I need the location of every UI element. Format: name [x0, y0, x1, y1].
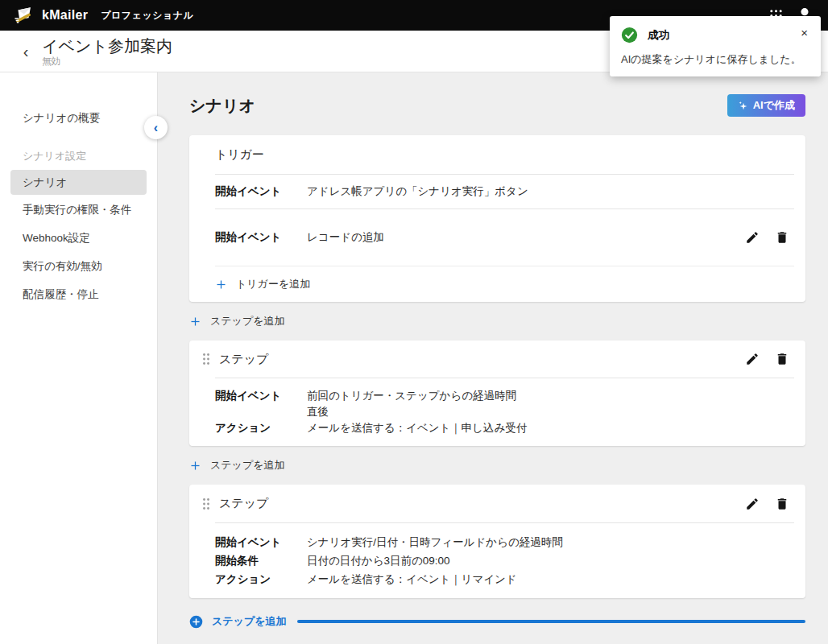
- sidebar: シナリオの概要 シナリオ設定 シナリオ 手動実行の権限・条件 Webhook設定…: [0, 72, 158, 644]
- step-row: アクション メールを送信する：イベント｜申し込み受付: [215, 420, 791, 436]
- delete-icon[interactable]: [773, 350, 791, 368]
- edit-icon[interactable]: [743, 350, 761, 368]
- sidebar-item-overview[interactable]: シナリオの概要: [0, 105, 157, 131]
- kmailer-logo-icon: [13, 5, 34, 26]
- toast-message: AIの提案をシナリオに保存しました。: [621, 52, 809, 67]
- row-value: メールを送信する：イベント｜リマインド: [307, 570, 517, 588]
- step-card-title: ステップ: [219, 352, 268, 367]
- drag-handle-icon[interactable]: [202, 353, 210, 365]
- plan-label: プロフェッショナル: [101, 9, 193, 23]
- add-step-button[interactable]: ステップを追加: [189, 458, 285, 473]
- success-toast: 成功 × AIの提案をシナリオに保存しました。: [610, 16, 821, 76]
- create-with-ai-button[interactable]: AIで作成: [727, 94, 805, 117]
- row-value: メールを送信する：イベント｜申し込み受付: [307, 420, 527, 436]
- trigger-card-title: トリガー: [215, 147, 264, 163]
- trigger-row: 開始イベント アドレス帳アプリの「シナリオ実行」ボタン: [189, 175, 805, 208]
- row-value: 日付の日付から3日前の09:00: [307, 551, 450, 570]
- plus-icon: [215, 279, 227, 291]
- sidebar-item-manual-permissions[interactable]: 手動実行の権限・条件: [0, 196, 157, 223]
- ai-button-label: AIで作成: [753, 98, 795, 113]
- sidebar-item-scenario[interactable]: シナリオ: [10, 170, 147, 195]
- step-row: 開始条件 日付の日付から3日前の09:00: [215, 551, 791, 570]
- row-label: アクション: [215, 420, 307, 436]
- edit-icon[interactable]: [743, 229, 761, 246]
- plus-icon: [189, 316, 201, 328]
- main-content: シナリオ AIで作成 トリガー 開始イベント アドレス帳アプリの「シナリオ実行」…: [159, 72, 828, 644]
- add-step-label: ステップを追加: [210, 458, 285, 473]
- drag-handle-icon[interactable]: [202, 497, 210, 510]
- row-value: レコードの追加: [307, 230, 384, 245]
- step-card-title: ステップ: [219, 496, 268, 511]
- check-circle-icon: [621, 27, 638, 43]
- step-row: 開始イベント 前回のトリガー・ステップからの経過時間 直後: [215, 388, 791, 420]
- sidebar-item-execution-toggle[interactable]: 実行の有効/無効: [0, 253, 157, 279]
- toast-title: 成功: [648, 28, 669, 43]
- step-row: 開始イベント シナリオ実行/日付・日時フィールドからの経過時間: [215, 533, 791, 551]
- plus-circle-icon: [189, 615, 203, 629]
- edit-icon[interactable]: [743, 495, 761, 513]
- row-value2: 直後: [307, 404, 516, 420]
- sidebar-item-delivery-history[interactable]: 配信履歴・停止: [0, 281, 157, 308]
- row-value: アドレス帳アプリの「シナリオ実行」ボタン: [307, 184, 528, 199]
- add-step-label: ステップを追加: [212, 614, 287, 629]
- sidebar-section-label: シナリオ設定: [0, 133, 157, 168]
- sidebar-item-webhook[interactable]: Webhook設定: [0, 225, 157, 251]
- back-button[interactable]: ‹: [16, 42, 35, 61]
- row-label: 開始イベント: [215, 230, 307, 245]
- row-label: 開始イベント: [215, 533, 307, 551]
- trigger-row: 開始イベント レコードの追加: [189, 209, 805, 266]
- step-row: アクション メールを送信する：イベント｜リマインド: [215, 570, 791, 588]
- status-badge: 無効: [42, 56, 172, 67]
- drop-indicator-line: [297, 620, 805, 623]
- row-label: 開始イベント: [215, 388, 307, 420]
- sparkle-icon: [738, 101, 748, 111]
- trigger-card: トリガー 開始イベント アドレス帳アプリの「シナリオ実行」ボタン 開始イベント …: [189, 135, 805, 302]
- section-title: シナリオ: [189, 95, 255, 117]
- row-value: シナリオ実行/日付・日時フィールドからの経過時間: [307, 533, 563, 551]
- row-label: アクション: [215, 570, 307, 588]
- delete-icon[interactable]: [773, 495, 791, 513]
- delete-icon[interactable]: [773, 229, 791, 246]
- row-label: 開始条件: [215, 551, 307, 570]
- product-name: kMailer: [42, 8, 88, 23]
- page-title: イベント参加案内: [42, 36, 172, 56]
- plus-icon: [189, 460, 201, 472]
- row-value: 前回のトリガー・ステップからの経過時間: [307, 388, 516, 404]
- sidebar-collapse-button[interactable]: ‹: [144, 116, 168, 139]
- add-step-button[interactable]: ステップを追加: [189, 314, 285, 328]
- step-card: ステップ 開始イベント シナリオ実行/日付・日時フィールドからの経過時間 開始条…: [189, 485, 805, 598]
- add-step-label: ステップを追加: [210, 314, 285, 328]
- row-label: 開始イベント: [215, 184, 307, 199]
- add-step-button-active[interactable]: ステップを追加: [189, 614, 287, 629]
- add-trigger-button[interactable]: トリガーを追加: [215, 277, 310, 291]
- close-icon[interactable]: ×: [799, 27, 809, 39]
- add-trigger-label: トリガーを追加: [236, 277, 310, 291]
- step-card: ステップ 開始イベント 前回のトリガー・ステップからの経過時間 直後 アクシ: [189, 341, 805, 446]
